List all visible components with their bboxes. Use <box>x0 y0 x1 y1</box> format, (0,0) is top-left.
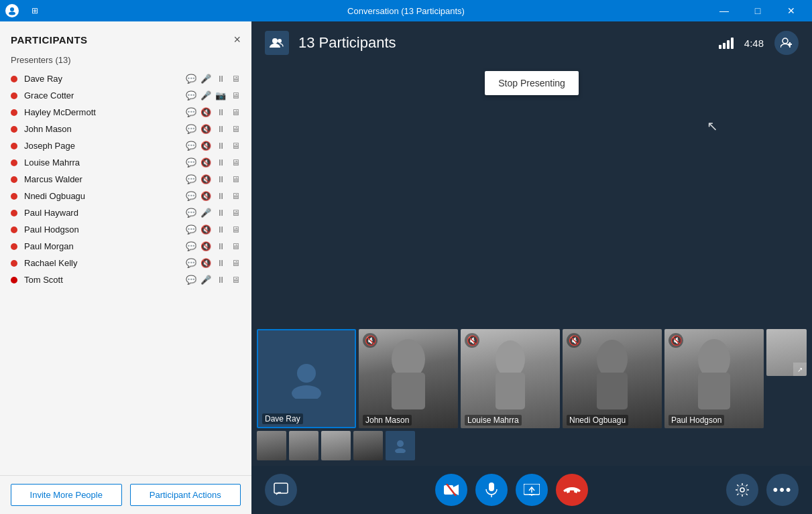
list-item[interactable]: Rachael Kelly 💬 🔇 ⏸ 🖥 <box>5 255 246 271</box>
video-thumbnail-louise-mahrra[interactable]: 🔇 Louise Mahrra <box>461 329 560 428</box>
add-participant-btn[interactable] <box>774 31 799 55</box>
mic-toggle-btn[interactable] <box>475 474 508 506</box>
participant-name: Dave Ray <box>24 74 186 84</box>
cursor-indicator: ↖ <box>707 118 718 134</box>
status-dot <box>11 159 17 166</box>
participants-count: 13 Participants <box>298 34 396 52</box>
small-thumbnail[interactable] <box>289 431 318 460</box>
svg-point-11 <box>496 340 525 378</box>
thumbnail-label: Paul Hodgson <box>669 415 724 426</box>
participant-name: Rachael Kelly <box>24 258 186 268</box>
share-screen-btn[interactable] <box>516 474 548 506</box>
list-item[interactable]: Nnedi Ogbuagu 💬 🔇 ⏸ 🖥 <box>5 188 246 204</box>
chat-icon: 💬 <box>186 141 196 151</box>
messages-btn[interactable] <box>265 474 297 506</box>
pause-icon: ⏸ <box>215 258 226 268</box>
window-controls: — □ ✕ <box>709 0 807 21</box>
participant-icons: 💬 🔇 ⏸ 🖥 <box>186 107 241 117</box>
pause-icon: ⏸ <box>215 191 226 201</box>
participants-sidebar: PARTICIPANTS × Presenters (13) Dave Ray … <box>0 21 251 514</box>
sidebar-actions: Invite More People Participant Actions <box>0 475 251 514</box>
svg-point-7 <box>297 364 316 383</box>
svg-rect-14 <box>597 373 628 409</box>
snap-layout-btn[interactable]: ⊞ <box>24 0 46 21</box>
mic-muted-icon: 🔇 <box>200 174 211 184</box>
participant-name: Joseph Page <box>24 141 186 151</box>
svg-point-1 <box>9 12 15 15</box>
list-item[interactable]: Joseph Page 💬 🔇 ⏸ 🖥 <box>5 137 246 154</box>
status-dot <box>11 193 17 200</box>
end-call-btn[interactable] <box>556 474 588 506</box>
status-dot <box>11 126 17 133</box>
svg-point-0 <box>10 7 14 11</box>
svg-rect-16 <box>698 373 730 409</box>
participants-list: Dave Ray 💬 🎤 ⏸ 🖥 Grace Cotter 💬 🎤 📷 🖥 <box>0 70 251 475</box>
header-right: 4:48 <box>719 31 799 55</box>
video-thumbnail-john-mason[interactable]: 🔇 John Mason <box>359 329 458 428</box>
screen-icon: 🖥 <box>230 107 241 117</box>
pause-icon: ⏸ <box>215 208 226 218</box>
participant-name: Hayley McDermott <box>24 107 186 117</box>
video-toggle-btn[interactable] <box>435 474 467 506</box>
invite-more-btn[interactable]: Invite More People <box>11 484 122 506</box>
title-bar-extra-controls: ⊞ <box>24 0 46 21</box>
participant-icons: 💬 🔇 ⏸ 🖥 <box>186 174 241 184</box>
list-item[interactable]: Dave Ray 💬 🎤 ⏸ 🖥 <box>5 70 246 87</box>
list-item[interactable]: Grace Cotter 💬 🎤 📷 🖥 <box>5 87 246 104</box>
list-item[interactable]: John Mason 💬 🔇 ⏸ 🖥 <box>5 121 246 137</box>
chat-icon: 💬 <box>186 90 196 101</box>
mute-icon: 🔇 <box>465 333 479 348</box>
svg-point-30 <box>738 485 747 495</box>
pause-icon: ⏸ <box>215 241 226 251</box>
list-item[interactable]: Paul Morgan 💬 🔇 ⏸ 🖥 <box>5 238 246 255</box>
stop-presenting-btn[interactable]: Stop Presenting <box>485 71 579 95</box>
participant-icons: 💬 🔇 ⏸ 🖥 <box>186 141 241 151</box>
settings-btn[interactable] <box>726 474 758 506</box>
presenters-label: Presenters (13) <box>0 52 251 70</box>
small-thumbnail[interactable] <box>386 431 415 460</box>
minimize-btn[interactable]: — <box>709 0 740 21</box>
mic-muted-icon: 🔇 <box>200 258 211 268</box>
sidebar-close-btn[interactable]: × <box>233 34 241 46</box>
screen-icon: 🖥 <box>230 241 241 251</box>
maximize-btn[interactable]: □ <box>742 0 773 21</box>
more-options-btn[interactable]: ••• <box>766 474 799 506</box>
video-thumbnail-dave-ray[interactable]: Dave Ray <box>257 329 356 428</box>
participant-icons: 💬 🎤 ⏸ 🖥 <box>186 208 241 218</box>
svg-point-8 <box>292 385 321 399</box>
video-thumbnail-nnedi-ogbuagu[interactable]: 🔇 Nnedi Ogbuagu <box>563 329 662 428</box>
svg-point-18 <box>395 448 406 453</box>
small-thumbnail[interactable] <box>257 431 286 460</box>
pause-icon: ⏸ <box>215 157 226 168</box>
list-item[interactable]: Tom Scott 💬 🎤 ⏸ 🖥 <box>5 271 246 288</box>
list-item[interactable]: Paul Hayward 💬 🎤 ⏸ 🖥 <box>5 204 246 221</box>
chat-icon: 💬 <box>186 191 196 201</box>
mic-muted-icon: 🔇 <box>200 241 211 251</box>
pause-icon: ⏸ <box>215 107 226 117</box>
close-btn[interactable]: ✕ <box>776 0 807 21</box>
list-item[interactable]: Louise Mahrra 💬 🔇 ⏸ 🖥 <box>5 154 246 171</box>
signal-strength-icon <box>719 38 734 49</box>
participant-name: Nnedi Ogbuagu <box>24 191 186 201</box>
participant-icons: 💬 🎤 ⏸ 🖥 <box>186 74 241 84</box>
list-item[interactable]: Hayley McDermott 💬 🔇 ⏸ 🖥 <box>5 104 246 121</box>
list-item[interactable]: Marcus Walder 💬 🔇 ⏸ 🖥 <box>5 171 246 188</box>
participant-name: Paul Hodgson <box>24 224 186 235</box>
video-thumbnail-paul-hodgson[interactable]: 🔇 Paul Hodgson <box>664 329 764 428</box>
screen-icon: 🖥 <box>230 90 241 101</box>
video-header: 13 Participants 4:48 <box>251 21 812 64</box>
mute-icon: 🔇 <box>567 333 581 348</box>
toolbar-center <box>435 474 588 506</box>
small-thumbnail[interactable] <box>353 431 383 460</box>
list-item[interactable]: Paul Hodgson 💬 🔇 ⏸ 🖥 <box>5 221 246 238</box>
participant-actions-btn[interactable]: Participant Actions <box>130 484 241 506</box>
status-dot <box>11 260 17 267</box>
thumbnail-label: John Mason <box>363 415 412 426</box>
participant-name: Louise Mahrra <box>24 157 186 168</box>
chat-icon: 💬 <box>186 157 196 168</box>
screen-icon: 🖥 <box>230 224 241 235</box>
mic-icon: 🎤 <box>200 208 211 218</box>
small-thumbnail[interactable] <box>321 431 351 460</box>
pause-icon: ⏸ <box>215 174 226 184</box>
screen-icon: 🖥 <box>230 275 241 285</box>
